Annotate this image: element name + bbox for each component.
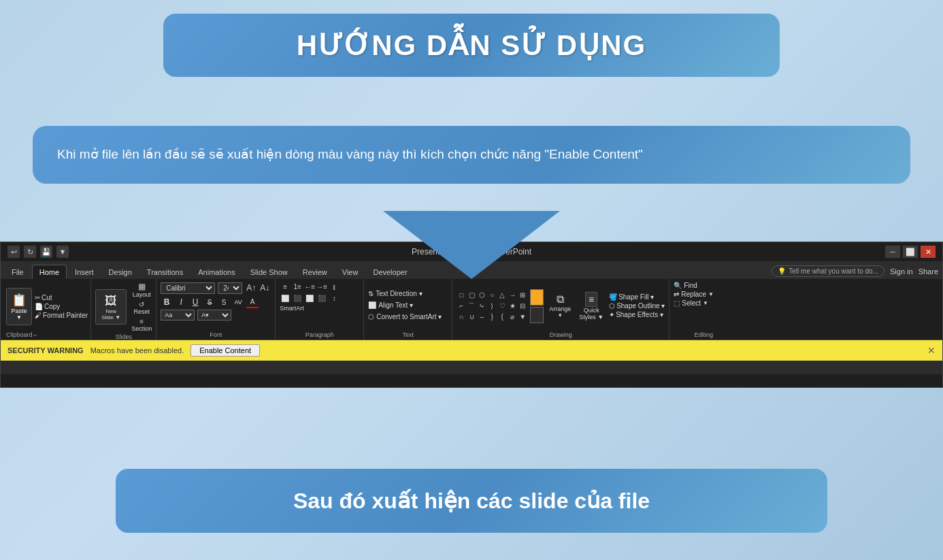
convert-smartart-button[interactable]: ⬡ Convert to SmartArt ▾ <box>368 313 448 320</box>
enable-content-button[interactable]: Enable Content <box>191 344 260 357</box>
shape-c5-button[interactable]: { <box>497 312 507 322</box>
tab-insert[interactable]: Insert <box>68 265 101 279</box>
paste-button[interactable]: 📋 Paste ▼ <box>6 288 32 325</box>
shape-snip-button[interactable]: ⬡ <box>477 291 486 300</box>
cut-button[interactable]: ✂ Cut <box>35 294 88 301</box>
editing-label: Editing <box>674 330 733 338</box>
new-slide-button[interactable]: 🖼 New Slide ▼ <box>95 289 127 325</box>
color-swatch-dark[interactable] <box>530 307 544 323</box>
shape-c6-button[interactable]: ⌀ <box>508 312 517 322</box>
shape-expand-button[interactable]: ⊟ <box>518 301 527 311</box>
underline-button[interactable]: U <box>189 297 201 307</box>
shape-curly-button[interactable]: ⟩ <box>487 301 497 311</box>
tell-me-input[interactable]: 💡 Tell me what you want to do... <box>772 265 884 277</box>
bullets-button[interactable]: ≡ <box>280 282 291 291</box>
font-size-btns: A↑ A↓ <box>245 282 271 294</box>
color-swatch-yellow[interactable] <box>530 289 544 306</box>
shape-c3-button[interactable]: ⌣ <box>477 312 486 322</box>
shape-fill-button[interactable]: 🪣 Shape Fill ▾ <box>609 293 665 301</box>
font-theme-select[interactable]: Aa <box>161 310 195 320</box>
shape-oval-button[interactable]: ○ <box>487 291 497 300</box>
shape-outline-button[interactable]: ⬡ Shape Outline ▾ <box>609 302 665 310</box>
align-row: ⬜ ⬛ ⬜ ⬛ ↕ <box>280 293 359 303</box>
align-center-button[interactable]: ⬛ <box>292 293 303 303</box>
font-name-select[interactable]: Calibri <box>161 282 215 294</box>
smartart-convert-button[interactable]: SmartArt <box>280 305 304 312</box>
justify-button[interactable]: ⬛ <box>316 293 327 303</box>
customize-qat-button[interactable]: ▼ <box>56 246 69 258</box>
undo-button[interactable]: ↩ <box>7 246 20 258</box>
shape-rect-button[interactable]: □ <box>457 291 466 300</box>
font-size-select[interactable]: 24 <box>218 282 242 294</box>
replace-button[interactable]: ⇄ Replace ▼ <box>674 291 733 298</box>
font-group: Calibri 24 A↑ A↓ B I U S S AV A <box>156 279 276 340</box>
section-icon: ≡ <box>139 318 144 325</box>
copy-button[interactable]: 📄 Copy <box>35 303 88 310</box>
shape-rounded-button[interactable]: ▢ <box>467 291 476 300</box>
reset-button[interactable]: ↺ Reset <box>131 301 152 315</box>
paragraph-label: Paragraph <box>280 330 359 338</box>
align-right-button[interactable]: ⬜ <box>304 293 315 303</box>
redo-button[interactable]: ↻ <box>24 246 36 258</box>
shape-tri-button[interactable]: △ <box>497 291 507 300</box>
shape-l-button[interactable]: ⌐ <box>457 301 466 311</box>
save-button[interactable]: 💾 <box>40 246 52 258</box>
format-painter-button[interactable]: 🖌 Format Painter <box>35 312 88 319</box>
restore-button[interactable]: ⬜ <box>903 246 918 258</box>
paste-label: Paste <box>11 308 27 314</box>
shape-z-button[interactable]: ⌒ <box>467 301 476 311</box>
increase-font-button[interactable]: A↑ <box>245 282 257 294</box>
shapes-scroll-button[interactable]: ▼ <box>518 312 527 322</box>
tab-slideshow[interactable]: Slide Show <box>244 265 295 279</box>
quick-styles-button[interactable]: ≡ Quick Styles ▼ <box>579 292 603 320</box>
shape-arrow-button[interactable]: → <box>508 291 517 300</box>
shape-outline-icon: ⬡ <box>609 302 615 310</box>
align-left-button[interactable]: ⬜ <box>280 293 291 303</box>
shape-c1-button[interactable]: ∩ <box>457 312 466 322</box>
shape-more-button[interactable]: ⊞ <box>518 291 527 300</box>
tab-home[interactable]: Home <box>32 265 67 279</box>
tab-view[interactable]: View <box>335 265 365 279</box>
shape-effects-button[interactable]: ✦ Shape Effects ▾ <box>609 311 665 318</box>
shape-heart-button[interactable]: ♡ <box>497 301 507 311</box>
font-color-select[interactable]: A▾ <box>197 310 231 320</box>
find-button[interactable]: 🔍 Find <box>674 282 733 289</box>
line-spacing-button[interactable]: ↕ <box>329 293 340 303</box>
columns-button[interactable]: ⫿ <box>329 282 340 291</box>
shape-bend-button[interactable]: ⤷ <box>477 301 486 311</box>
increase-indent-button[interactable]: →≡ <box>316 282 327 291</box>
arrange-button[interactable]: ⧉ Arrange ▼ <box>549 293 571 318</box>
share-button[interactable]: Share <box>919 267 938 276</box>
arrange-icon: ⧉ <box>557 293 564 306</box>
tab-transitions[interactable]: Transitions <box>140 265 190 279</box>
shadow-button[interactable]: S <box>218 296 230 308</box>
sign-in-link[interactable]: Sign in <box>890 267 913 276</box>
layout-button[interactable]: ▦ Layout <box>131 282 152 298</box>
arrow-down-icon <box>383 211 560 279</box>
align-text-button[interactable]: ⬜ Align Text ▾ <box>368 301 448 309</box>
shape-c2-button[interactable]: ∪ <box>467 312 476 322</box>
bold-button[interactable]: B <box>161 297 173 307</box>
italic-button[interactable]: I <box>175 297 187 307</box>
select-button[interactable]: ⬚ Select ▼ <box>674 299 733 307</box>
text-direction-button[interactable]: ⇅ Text Direction ▾ <box>368 290 448 297</box>
char-spacing-button[interactable]: AV <box>232 296 244 308</box>
tab-review[interactable]: Review <box>296 265 334 279</box>
shape-c4-button[interactable]: } <box>487 312 497 322</box>
numbering-button[interactable]: 1≡ <box>292 282 303 291</box>
tab-design[interactable]: Design <box>102 265 139 279</box>
strikethrough-button[interactable]: S <box>203 296 216 308</box>
close-button[interactable]: ✕ <box>921 246 936 258</box>
decrease-indent-button[interactable]: ←≡ <box>304 282 315 291</box>
tab-file[interactable]: File <box>5 265 31 279</box>
clipboard-expand-icon[interactable]: ⌐ <box>34 332 37 338</box>
minimize-button[interactable]: ─ <box>885 246 900 258</box>
section-button[interactable]: ≡ Section <box>131 318 152 332</box>
title-bar-left: ↩ ↻ 💾 ▼ <box>7 246 69 258</box>
security-close-button[interactable]: ✕ <box>927 345 936 356</box>
decrease-font-button[interactable]: A↓ <box>259 282 271 294</box>
editing-buttons: 🔍 Find ⇄ Replace ▼ ⬚ Select ▼ <box>674 282 733 307</box>
shape-star-button[interactable]: ★ <box>508 301 517 311</box>
tab-animations[interactable]: Animations <box>191 265 242 279</box>
font-color-button[interactable]: A <box>246 296 259 308</box>
